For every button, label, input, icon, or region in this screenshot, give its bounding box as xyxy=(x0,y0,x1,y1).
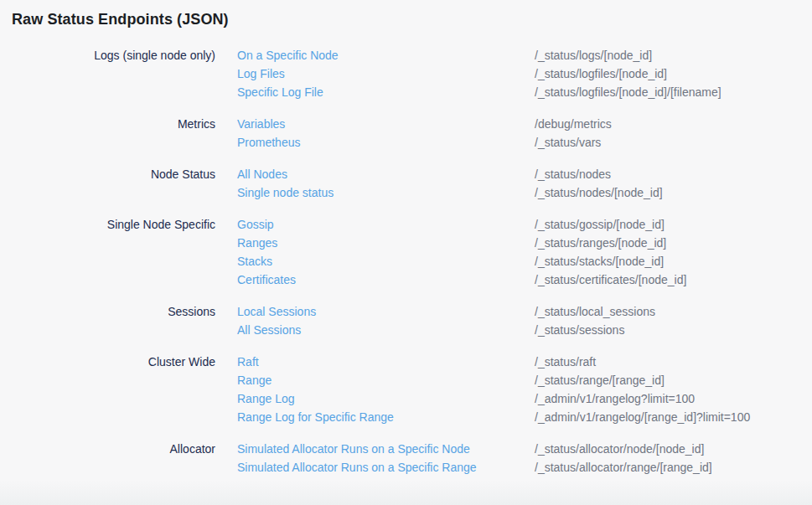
endpoint-link[interactable]: Ranges xyxy=(237,236,277,250)
category-label xyxy=(0,183,215,202)
endpoint-link-cell: Ranges xyxy=(215,234,535,252)
endpoint-link-cell: Simulated Allocator Runs on a Specific N… xyxy=(215,440,535,458)
category-label xyxy=(0,133,215,152)
endpoint-link-cell: Local Sessions xyxy=(215,302,535,321)
endpoint-link-cell: Prometheus xyxy=(215,133,535,152)
endpoint-link-cell: Simulated Allocator Runs on a Specific R… xyxy=(215,458,535,477)
category-label: Sessions xyxy=(0,302,215,321)
endpoint-link-cell: Raft xyxy=(215,353,535,371)
endpoint-link[interactable]: Specific Log File xyxy=(237,85,323,99)
endpoint-link[interactable]: Stacks xyxy=(237,255,272,268)
endpoint-row: Cluster Wide Raft /_status/raft xyxy=(0,353,812,371)
endpoint-group: Single Node Specific Gossip /_status/gos… xyxy=(0,215,812,289)
endpoint-row: Range /_status/range/[range_id] xyxy=(0,371,812,389)
endpoint-link-cell: Specific Log File xyxy=(215,83,535,101)
endpoint-row: Node Status All Nodes /_status/nodes xyxy=(0,165,812,183)
endpoint-path: /_status/vars xyxy=(535,133,812,152)
endpoint-link-cell: Certificates xyxy=(215,271,535,289)
endpoint-path: /_status/sessions xyxy=(535,321,812,339)
endpoint-link[interactable]: Single node status xyxy=(237,186,334,199)
endpoint-link[interactable]: Log Files xyxy=(237,67,285,80)
category-label xyxy=(0,252,215,271)
endpoint-link[interactable]: On a Specific Node xyxy=(237,49,339,62)
endpoint-link[interactable]: Simulated Allocator Runs on a Specific R… xyxy=(237,461,477,474)
endpoint-group: Logs (single node only) On a Specific No… xyxy=(0,46,812,101)
endpoint-path: /_status/logs/[node_id] xyxy=(535,46,812,64)
endpoint-row: Single Node Specific Gossip /_status/gos… xyxy=(0,215,812,234)
endpoint-group: Sessions Local Sessions /_status/local_s… xyxy=(0,302,812,339)
endpoint-path: /_status/range/[range_id] xyxy=(535,371,812,389)
endpoint-link-cell: Log Files xyxy=(215,64,535,83)
endpoint-path: /_status/allocator/range/[range_id] xyxy=(535,458,812,477)
category-label: Node Status xyxy=(0,165,215,183)
endpoint-link[interactable]: Raft xyxy=(237,355,259,368)
endpoint-link[interactable]: Range Log xyxy=(237,392,295,405)
endpoint-row: Certificates /_status/certificates/[node… xyxy=(0,271,812,289)
endpoint-link-cell: Range xyxy=(215,371,535,389)
endpoint-path: /_status/logfiles/[node_id] xyxy=(535,64,812,83)
category-label xyxy=(0,83,215,101)
endpoint-row: All Sessions /_status/sessions xyxy=(0,321,812,339)
endpoint-row: Logs (single node only) On a Specific No… xyxy=(0,46,812,64)
category-label xyxy=(0,458,215,477)
endpoint-link[interactable]: Local Sessions xyxy=(237,305,316,318)
category-label xyxy=(0,321,215,339)
endpoint-link-cell: All Sessions xyxy=(215,321,535,339)
endpoint-link[interactable]: Range xyxy=(237,374,272,387)
endpoint-path: /_status/nodes/[node_id] xyxy=(535,183,812,202)
endpoint-row: Range Log /_admin/v1/rangelog?limit=100 xyxy=(0,389,812,408)
endpoint-link-cell: Stacks xyxy=(215,252,535,271)
category-label xyxy=(0,371,215,389)
endpoint-link[interactable]: All Nodes xyxy=(237,167,287,181)
endpoint-link-cell: Gossip xyxy=(215,215,535,234)
endpoint-link[interactable]: Certificates xyxy=(237,273,296,286)
endpoint-path: /_status/gossip/[node_id] xyxy=(535,215,812,234)
category-label: Logs (single node only) xyxy=(0,46,215,64)
endpoint-group: Allocator Simulated Allocator Runs on a … xyxy=(0,440,812,477)
category-label xyxy=(0,271,215,289)
endpoint-row: Log Files /_status/logfiles/[node_id] xyxy=(0,64,812,83)
endpoint-link-cell: Range Log xyxy=(215,389,535,408)
endpoint-link[interactable]: Gossip xyxy=(237,218,274,231)
endpoint-link-cell: Variables xyxy=(215,115,535,133)
endpoint-row: Simulated Allocator Runs on a Specific R… xyxy=(0,458,812,477)
endpoint-row: Prometheus /_status/vars xyxy=(0,133,812,152)
endpoint-row: Specific Log File /_status/logfiles/[nod… xyxy=(0,83,812,101)
endpoint-group: Metrics Variables /debug/metrics Prometh… xyxy=(0,115,812,152)
endpoint-link[interactable]: All Sessions xyxy=(237,323,301,337)
endpoint-row: Sessions Local Sessions /_status/local_s… xyxy=(0,302,812,321)
endpoint-row: Stacks /_status/stacks/[node_id] xyxy=(0,252,812,271)
category-label: Allocator xyxy=(0,440,215,458)
category-label xyxy=(0,408,215,426)
category-label xyxy=(0,64,215,83)
endpoint-path: /_status/certificates/[node_id] xyxy=(535,271,812,289)
endpoints-table: Logs (single node only) On a Specific No… xyxy=(0,46,812,490)
endpoint-path: /_status/logfiles/[node_id]/[filename] xyxy=(535,83,812,101)
endpoint-group: Node Status All Nodes /_status/nodes Sin… xyxy=(0,165,812,202)
category-label xyxy=(0,389,215,408)
endpoint-link[interactable]: Simulated Allocator Runs on a Specific N… xyxy=(237,442,470,456)
endpoint-link[interactable]: Variables xyxy=(237,117,285,131)
endpoint-path: /_status/local_sessions xyxy=(535,302,812,321)
endpoint-path: /_status/stacks/[node_id] xyxy=(535,252,812,271)
endpoint-group: Cluster Wide Raft /_status/raft Range /_… xyxy=(0,353,812,426)
endpoint-link-cell: On a Specific Node xyxy=(215,46,535,64)
endpoint-path: /debug/metrics xyxy=(535,115,812,133)
endpoint-link-cell: All Nodes xyxy=(215,165,535,183)
endpoint-link-cell: Range Log for Specific Range xyxy=(215,408,535,426)
endpoint-path: /_admin/v1/rangelog?limit=100 xyxy=(535,389,812,408)
category-label: Metrics xyxy=(0,115,215,133)
endpoint-path: /_admin/v1/rangelog/[range_id]?limit=100 xyxy=(535,408,812,426)
category-label xyxy=(0,234,215,252)
endpoint-path: /_status/raft xyxy=(535,353,812,371)
category-label: Cluster Wide xyxy=(0,353,215,371)
endpoint-row: Single node status /_status/nodes/[node_… xyxy=(0,183,812,202)
page-title: Raw Status Endpoints (JSON) xyxy=(12,11,229,28)
endpoint-row: Allocator Simulated Allocator Runs on a … xyxy=(0,440,812,458)
endpoint-link[interactable]: Prometheus xyxy=(237,136,300,149)
endpoint-link[interactable]: Range Log for Specific Range xyxy=(237,410,394,424)
endpoint-path: /_status/allocator/node/[node_id] xyxy=(535,440,812,458)
endpoint-link-cell: Single node status xyxy=(215,183,535,202)
category-label: Single Node Specific xyxy=(0,215,215,234)
endpoint-path: /_status/ranges/[node_id] xyxy=(535,234,812,252)
